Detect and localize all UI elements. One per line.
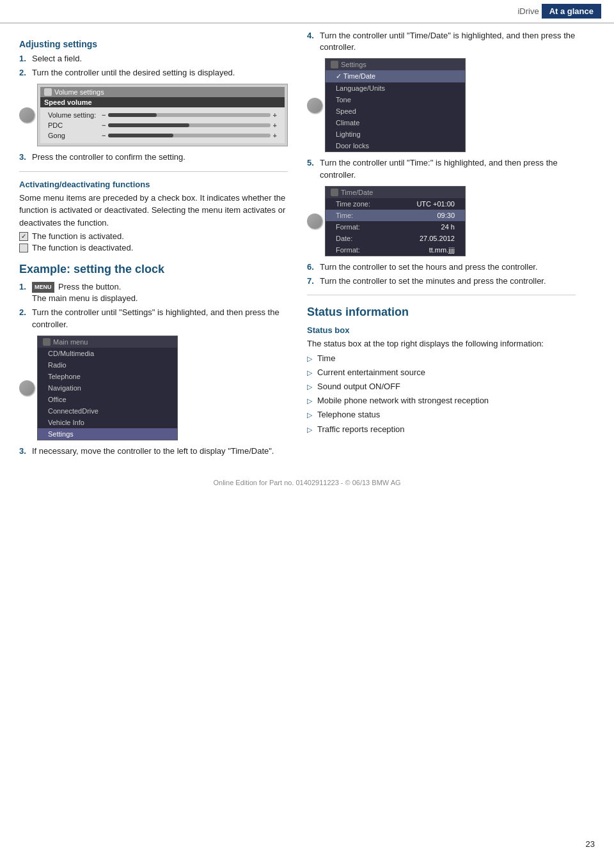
plus-icon: + [273, 111, 277, 119]
sb-mobile-text: Mobile phone network with strongest rece… [317, 395, 489, 407]
main-content: Adjusting settings 1. Select a field. 2.… [0, 30, 614, 460]
settings-screenshot: Settings ✓ Time/Date Language/Units Tone… [325, 58, 466, 152]
nav-controller-td [307, 213, 322, 229]
example-step-2: 2. Turn the controller until "Settings" … [19, 307, 288, 330]
ss-climate: Climate [326, 117, 465, 128]
step-7-text: Turn the controller to set the minutes a… [320, 275, 546, 287]
ex-step-3-num: 3. [19, 446, 28, 457]
td-date: Date: 27.05.2012 [326, 233, 465, 244]
footer-text: Online Edition for Part no. 01402911223 … [213, 479, 400, 486]
vol-slider [108, 113, 270, 117]
td-icon [331, 189, 338, 196]
td-fmt1-label: Format: [336, 223, 360, 231]
steps-6-7: 6. Turn the controller to set the hours … [307, 261, 576, 287]
gong-label: Gong [48, 132, 99, 139]
step-2-text: Turn the controller until the desired se… [32, 67, 235, 79]
pdc-minus-icon: − [102, 121, 106, 129]
footer: Online Edition for Part no. 01402911223 … [0, 479, 614, 499]
step-5: 5. Turn the controller until "Time:" is … [307, 157, 576, 180]
step-7-item: 7. Turn the controller to set the minute… [307, 275, 576, 287]
mm-title-text: Main menu [53, 338, 88, 346]
sb-entertainment-text: Current entertainment source [317, 367, 425, 378]
mm-item-cd: CD/Multimedia [38, 348, 177, 359]
sb-telephone-text: Telephone status [317, 409, 380, 421]
adjusting-settings-title: Adjusting settings [19, 39, 288, 49]
step-1-num: 1. [19, 53, 28, 65]
example-step-3: 3. If necessary, move the controller to … [19, 446, 288, 457]
td-date-val: 27.05.2012 [420, 235, 455, 242]
menu-button-icon: MENU [32, 282, 54, 293]
divider-2 [307, 295, 576, 295]
idrive-label: iDrive [517, 6, 539, 16]
step-5-text: Turn the controller until "Time:" is hig… [320, 157, 576, 180]
sb-item-time: ▷ Time [307, 353, 576, 364]
step-6-num: 6. [307, 261, 316, 273]
ss-doorlocks: Door locks [326, 140, 465, 151]
main-menu-wrapper: Main menu CD/Multimedia Radio Telephone … [19, 336, 288, 440]
main-menu-title: Main menu [38, 336, 177, 348]
pdc-plus-icon: + [273, 121, 277, 129]
gong-plus-icon: + [273, 132, 277, 139]
volume-screenshot-wrapper: Volume settings Speed volume Volume sett… [19, 84, 288, 146]
sb-traffic-text: Traffic reports reception [317, 424, 405, 435]
ss-lang: Language/Units [326, 82, 465, 94]
td-format1: Format: 24 h [326, 221, 465, 233]
td-fmt1-val: 24 h [441, 223, 455, 231]
vol-setting-label: Volume setting: [48, 111, 99, 119]
checkbox-unchecked-icon [19, 244, 28, 252]
ss-lighting: Lighting [326, 128, 465, 140]
status-box-subtitle: Status box [307, 325, 576, 335]
td-title-text: Time/Date [341, 189, 373, 196]
divider-1 [19, 171, 288, 172]
ss-tone: Tone [326, 94, 465, 105]
header-bar: iDrive At a glance [0, 0, 614, 24]
td-time: Time: 09:30 [326, 210, 465, 221]
arrow-icon-6: ▷ [307, 425, 313, 435]
ex-step-1-num: 1. [19, 281, 28, 304]
vol-title: Volume settings [40, 87, 285, 97]
td-tz-val: UTC +01:00 [416, 200, 455, 208]
main-menu-screenshot: Main menu CD/Multimedia Radio Telephone … [37, 336, 178, 440]
settings-screenshot-wrapper: Settings ✓ Time/Date Language/Units Tone… [307, 58, 576, 152]
ex-step-1-text: MENU Press the button.The main menu is d… [32, 281, 138, 304]
td-title: Time/Date [326, 187, 465, 198]
at-a-glance-tab: At a glance [542, 4, 601, 19]
step-5-num: 5. [307, 157, 316, 180]
ss-speed: Speed [326, 105, 465, 117]
td-time-val: 09:30 [437, 212, 455, 219]
gong-row: Gong − + [44, 130, 281, 141]
sb-item-telephone: ▷ Telephone status [307, 409, 576, 421]
vol-title-text: Volume settings [54, 88, 104, 96]
page-number: 23 [586, 839, 595, 849]
ex-step-2-text: Turn the controller until "Settings" is … [32, 307, 288, 330]
sb-sound-text: Sound output ON/OFF [317, 381, 400, 392]
ex-step-2-num: 2. [19, 307, 28, 330]
step3-example: 3. If necessary, move the controller to … [19, 446, 288, 457]
step-4-num: 4. [307, 30, 316, 53]
mm-item-connected: ConnectedDrive [38, 405, 177, 417]
left-column: Adjusting settings 1. Select a field. 2.… [19, 30, 288, 460]
volume-screenshot: Volume settings Speed volume Volume sett… [37, 84, 288, 146]
mm-icon [43, 338, 51, 346]
arrow-icon-3: ▷ [307, 382, 313, 392]
step-3-text: Press the controller to confirm the sett… [32, 151, 185, 163]
sb-item-mobile: ▷ Mobile phone network with strongest re… [307, 395, 576, 407]
activating-para: Some menu items are preceded by a check … [19, 192, 288, 229]
step-1-text: Select a field. [32, 53, 82, 65]
gong-minus-icon: − [102, 132, 106, 139]
gong-slider [108, 134, 270, 137]
ex-step-3-text: If necessary, move the controller to the… [32, 446, 274, 457]
nav-controller-mm [19, 380, 35, 396]
sb-item-entertainment: ▷ Current entertainment source [307, 367, 576, 378]
mm-item-nav: Navigation [38, 382, 177, 394]
vol-highlight-item: Speed volume [40, 97, 285, 107]
settings-title: Settings [326, 59, 465, 70]
mm-item-tel: Telephone [38, 371, 177, 382]
vol-controls: Volume setting: − + PDC − + Gong − [40, 107, 285, 143]
nav-controller-vol [19, 107, 35, 123]
td-format2: Format: tt.mm.jjjj [326, 244, 465, 256]
example-steps: 1. MENU Press the button.The main menu i… [19, 281, 288, 330]
example-title: Example: setting the clock [19, 263, 288, 276]
activating-title: Activating/deactivating functions [19, 180, 288, 189]
step-6-text: Turn the controller to set the hours and… [320, 261, 538, 273]
